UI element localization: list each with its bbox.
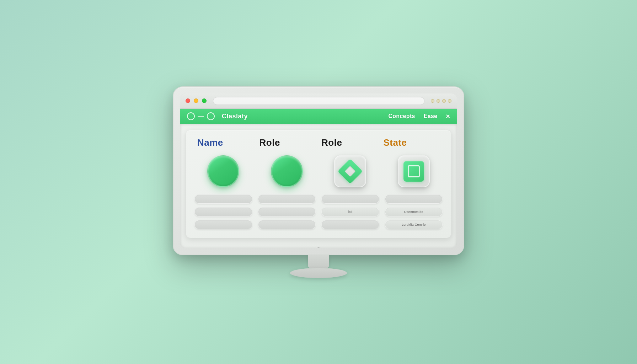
stand-base xyxy=(290,268,347,278)
data-cell-r3c3 xyxy=(321,220,379,229)
browser-dots-right xyxy=(431,99,451,103)
diamond-inner xyxy=(338,159,363,184)
browser-dot-sm-4 xyxy=(448,99,451,103)
address-bar[interactable] xyxy=(213,97,424,105)
monitor: Claslaty Concepts Ease × Name Role Role … xyxy=(173,86,464,255)
stand-neck xyxy=(308,255,329,268)
data-cell-r2c4: Ocemtomido xyxy=(385,207,443,216)
toolbar-circle-right xyxy=(207,112,215,120)
browser-dot-sm-2 xyxy=(437,99,440,103)
browser-dot-sm-1 xyxy=(431,99,434,103)
toolbar-nav-ease[interactable]: Ease xyxy=(424,113,438,119)
toolbar-nav: Concepts Ease xyxy=(388,113,437,119)
app-content: Name Role Role State xyxy=(180,130,457,238)
toolbar-circle-left xyxy=(187,112,195,120)
monitor-stand xyxy=(290,255,347,278)
data-cell-r3c4: Loruklia Cemrle xyxy=(385,220,443,229)
data-cell-r1c3 xyxy=(321,194,379,204)
browser-dot-sm-3 xyxy=(442,99,446,103)
diamond-hole xyxy=(345,166,356,177)
monitor-wrapper: Claslaty Concepts Ease × Name Role Role … xyxy=(173,86,464,278)
data-cell-r2c3: lok xyxy=(321,207,379,216)
toolbar-logo xyxy=(187,112,215,120)
square-inner xyxy=(403,161,424,182)
monitor-screen: Claslaty Concepts Ease × Name Role Role … xyxy=(180,93,457,248)
data-cell-r2c1 xyxy=(194,207,252,216)
app-toolbar: Claslaty Concepts Ease × xyxy=(180,109,457,124)
circle-button-role1[interactable] xyxy=(271,155,303,187)
camera-dot xyxy=(316,247,321,248)
table-row: Loruklia Cemrle xyxy=(194,220,443,229)
browser-dot-red[interactable] xyxy=(186,98,190,103)
square-hole xyxy=(408,165,420,177)
data-rows: lok Ocemtomido Loruklia Cemrle xyxy=(194,194,443,229)
col-header-name: Name xyxy=(197,137,254,148)
circle-button-name[interactable] xyxy=(207,155,239,187)
col-header-role1: Role xyxy=(259,137,316,148)
browser-dot-green[interactable] xyxy=(202,98,207,103)
toolbar-title: Claslaty xyxy=(222,113,248,120)
toolbar-close-button[interactable]: × xyxy=(446,112,450,121)
browser-dot-yellow[interactable] xyxy=(194,98,198,103)
column-headers: Name Role Role State xyxy=(194,137,443,148)
diamond-button-role2[interactable] xyxy=(334,155,366,187)
data-cell-r1c1 xyxy=(194,194,252,204)
square-button-state[interactable] xyxy=(398,155,430,187)
data-cell-r1c4 xyxy=(385,194,443,204)
col-header-role2: Role xyxy=(321,137,378,148)
icons-row xyxy=(194,155,443,187)
toolbar-connector xyxy=(198,116,204,117)
icon-name[interactable] xyxy=(207,155,239,187)
browser-chrome xyxy=(180,93,457,109)
data-cell-r3c1 xyxy=(194,220,252,229)
icon-role2[interactable] xyxy=(334,155,366,187)
monitor-bottom-bar xyxy=(180,244,457,248)
icon-state[interactable] xyxy=(398,155,430,187)
data-cell-r1c2 xyxy=(258,194,316,204)
toolbar-nav-concepts[interactable]: Concepts xyxy=(388,113,415,119)
data-cell-r2c2 xyxy=(258,207,316,216)
icon-role1[interactable] xyxy=(271,155,303,187)
table-row xyxy=(194,194,443,204)
data-cell-r3c2 xyxy=(258,220,316,229)
main-panel: Name Role Role State xyxy=(186,130,451,238)
table-row: lok Ocemtomido xyxy=(194,207,443,216)
col-header-state: State xyxy=(384,137,440,148)
